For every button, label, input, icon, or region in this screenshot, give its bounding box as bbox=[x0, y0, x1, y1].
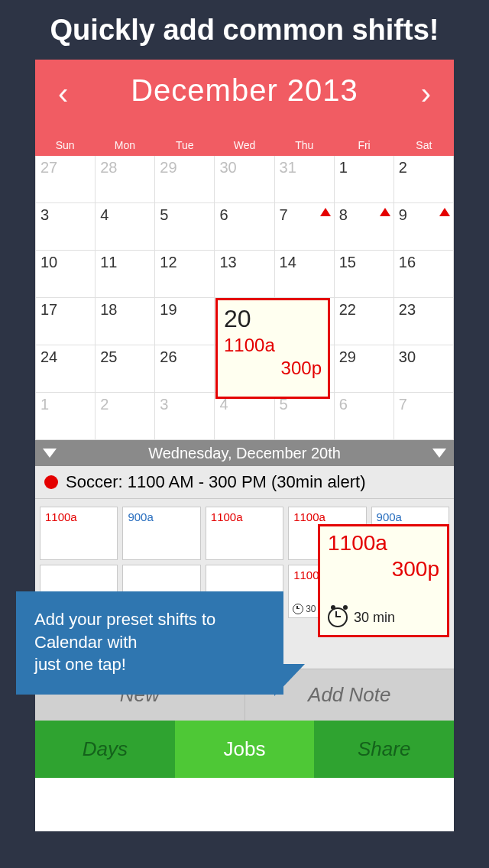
calendar-cell[interactable]: 22 bbox=[335, 298, 394, 345]
calendar-cell[interactable]: 4 bbox=[96, 203, 155, 251]
promo-title: Quickly add common shifts! bbox=[0, 0, 489, 57]
preset-shift-card[interactable]: 1100a bbox=[40, 507, 118, 560]
calendar-cell[interactable]: 9 bbox=[394, 203, 454, 251]
calendar-cell[interactable]: 28 bbox=[96, 156, 155, 203]
calendar-cell[interactable]: 6 bbox=[335, 393, 394, 440]
highlighted-day-number: 20 bbox=[224, 305, 322, 333]
month-label: December 2013 bbox=[35, 60, 454, 108]
calendar-cell[interactable]: 19 bbox=[155, 298, 215, 345]
calendar-cell[interactable]: 4 bbox=[215, 393, 274, 440]
preset-start: 1100a bbox=[328, 531, 439, 555]
calendar-cell[interactable]: 2 bbox=[394, 156, 454, 203]
calendar-cell[interactable]: 7 bbox=[394, 393, 454, 440]
calendar-cell[interactable]: 2 bbox=[96, 393, 155, 440]
alarm-clock-icon bbox=[293, 604, 303, 614]
tab-days[interactable]: Days bbox=[35, 721, 175, 778]
calendar-cell[interactable]: 1 bbox=[36, 393, 96, 440]
callout-tail-icon bbox=[274, 664, 305, 696]
tooltip-callout: Add your preset shifts to Calendar withj… bbox=[16, 591, 283, 695]
calendar-cell[interactable]: 17 bbox=[36, 298, 96, 345]
alarm-clock-icon bbox=[328, 607, 348, 627]
calendar-cell[interactable]: 30 bbox=[394, 345, 454, 393]
weekday-label: Sat bbox=[394, 139, 454, 151]
calendar-cell[interactable]: 7 bbox=[275, 203, 335, 251]
calendar-cell[interactable]: 25 bbox=[96, 345, 155, 393]
calendar-cell[interactable]: 27 bbox=[36, 156, 96, 203]
tab-jobs[interactable]: Jobs bbox=[175, 721, 315, 778]
highlighted-day-start: 1100a bbox=[224, 335, 322, 356]
weekday-label: Fri bbox=[334, 139, 393, 151]
preset-alarm: 30 min bbox=[328, 607, 395, 627]
chevron-down-icon bbox=[432, 449, 446, 458]
selected-date-label: Wednesday, December 20th bbox=[148, 445, 341, 462]
callout-text: Add your preset shifts to Calendar withj… bbox=[34, 610, 215, 674]
tab-share[interactable]: Share bbox=[314, 721, 454, 778]
shift-detail-text: Soccer: 1100 AM - 300 PM (30min alert) bbox=[66, 472, 366, 492]
tab-bar: Days Jobs Share bbox=[35, 721, 454, 778]
weekday-label: Sun bbox=[35, 139, 95, 151]
calendar-header: ‹ December 2013 › SunMonTueWedThuFriSat bbox=[35, 60, 454, 156]
event-marker-icon bbox=[320, 208, 331, 216]
phone-screen: ‹ December 2013 › SunMonTueWedThuFriSat … bbox=[35, 60, 454, 831]
calendar-cell[interactable]: 5 bbox=[275, 393, 335, 440]
calendar-cell[interactable]: 8 bbox=[335, 203, 394, 251]
calendar-cell[interactable]: 18 bbox=[96, 298, 155, 345]
calendar-cell[interactable]: 10 bbox=[36, 251, 96, 298]
calendar-cell[interactable]: 16 bbox=[394, 251, 454, 298]
calendar-cell[interactable]: 23 bbox=[394, 298, 454, 345]
next-month-button[interactable]: › bbox=[421, 76, 431, 111]
prev-month-button[interactable]: ‹ bbox=[58, 76, 68, 111]
calendar-cell[interactable]: 29 bbox=[155, 156, 215, 203]
shift-detail-row[interactable]: Soccer: 1100 AM - 300 PM (30min alert) bbox=[35, 466, 454, 499]
calendar-cell[interactable]: 15 bbox=[335, 251, 394, 298]
calendar-cell[interactable]: 11 bbox=[96, 251, 155, 298]
calendar-cell[interactable]: 3 bbox=[155, 393, 215, 440]
event-marker-icon bbox=[380, 208, 390, 216]
chevron-down-icon bbox=[43, 449, 57, 458]
calendar-cell[interactable]: 30 bbox=[215, 156, 274, 203]
weekday-label: Mon bbox=[95, 139, 154, 151]
calendar-cell[interactable]: 24 bbox=[36, 345, 96, 393]
weekday-row: SunMonTueWedThuFriSat bbox=[35, 139, 454, 151]
calendar-cell[interactable]: 1 bbox=[335, 156, 394, 203]
highlighted-day-card[interactable]: 20 1100a 300p bbox=[215, 298, 330, 399]
weekday-label: Tue bbox=[155, 139, 215, 151]
calendar-cell[interactable]: 6 bbox=[215, 203, 274, 251]
date-band[interactable]: Wednesday, December 20th bbox=[35, 440, 454, 466]
calendar-cell[interactable]: 31 bbox=[275, 156, 335, 203]
preset-end: 300p bbox=[328, 557, 439, 581]
preset-shift-card[interactable]: 1100a bbox=[206, 507, 283, 560]
event-color-dot bbox=[44, 475, 58, 489]
calendar-cell[interactable]: 12 bbox=[155, 251, 215, 298]
weekday-label: Thu bbox=[274, 139, 334, 151]
event-marker-icon bbox=[439, 208, 450, 216]
highlighted-preset-card[interactable]: 1100a 300p 30 min bbox=[318, 524, 449, 637]
calendar-cell[interactable]: 3 bbox=[36, 203, 96, 251]
calendar-cell[interactable]: 5 bbox=[155, 203, 215, 251]
calendar-cell[interactable]: 13 bbox=[215, 251, 274, 298]
highlighted-day-end: 300p bbox=[224, 358, 322, 379]
calendar-cell[interactable]: 14 bbox=[275, 251, 335, 298]
preset-shift-card[interactable]: 900a bbox=[122, 507, 200, 560]
calendar-cell[interactable]: 26 bbox=[155, 345, 215, 393]
calendar-cell[interactable]: 29 bbox=[335, 345, 394, 393]
weekday-label: Wed bbox=[215, 139, 274, 151]
